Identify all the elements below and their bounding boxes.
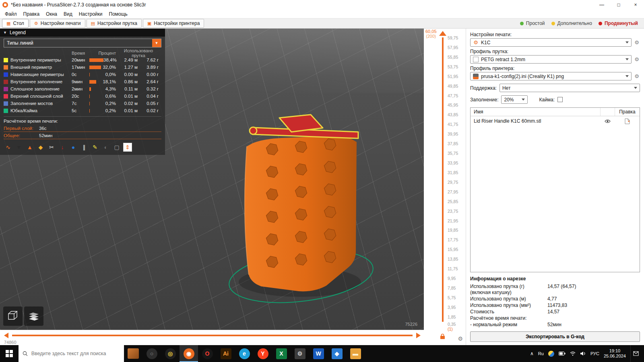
legend-toolbar-icon[interactable]: ◐ [101, 143, 110, 152]
window-control-button[interactable]: × [627, 0, 644, 10]
taskbar-app-button[interactable]: Ai [217, 345, 235, 362]
menu-item[interactable]: Настройки [76, 10, 106, 18]
search-input[interactable] [31, 351, 120, 356]
brim-checkbox[interactable] [557, 97, 563, 102]
taskbar-app-button[interactable]: ◎ [161, 345, 180, 362]
layer-tick-label: 37,85 [448, 142, 458, 146]
tray-language[interactable]: РУС [590, 351, 599, 356]
estimated-time-title: Расчётное время печати: [4, 116, 161, 125]
layer-slider-top-handle[interactable] [439, 31, 446, 36]
printer-icon [473, 74, 479, 79]
taskbar-app-button[interactable]: e [235, 345, 254, 362]
notification-center-button[interactable] [630, 345, 641, 362]
tab-icon: ▤ [91, 21, 95, 26]
menu-item[interactable]: Вид [60, 10, 76, 18]
menu-item[interactable]: Файл [2, 10, 20, 18]
settings-tab[interactable]: ⚙ Настройки печати [30, 19, 85, 28]
battery-icon[interactable] [559, 352, 566, 356]
layer-tick-label: 13,85 [448, 257, 458, 261]
filament-profile-label: Профиль прутка: [470, 49, 640, 54]
eye-visibility-icon[interactable] [600, 119, 615, 123]
pinned-photo-thumbnail[interactable] [124, 345, 142, 362]
export-gcode-button[interactable]: Экспортировать в G-код [470, 331, 640, 342]
sliced-info-row: Стоимость 14,57 [470, 309, 640, 315]
legend-toolbar-icon[interactable]: ▢ [112, 143, 121, 152]
app-icon: W [313, 348, 324, 359]
legend-toolbar-icon[interactable]: ✂ [47, 143, 56, 152]
layer-tick-label: 51,95 [448, 74, 458, 79]
taskbar-app-button[interactable]: ⚙ [291, 345, 309, 362]
move-slider-track[interactable] [12, 335, 413, 336]
editor-view-button[interactable] [3, 306, 23, 326]
legend-toolbar-icon[interactable]: ▼ [14, 143, 23, 152]
taskbar-app-button[interactable]: X [272, 345, 291, 362]
tray-lang-small[interactable]: Ru [538, 351, 544, 356]
taskbar-search[interactable] [19, 345, 124, 362]
support-label: Поддержка: [470, 85, 497, 91]
support-dropdown[interactable]: Нет [500, 84, 640, 92]
tray-clock[interactable]: 19:10 25.06.2024 [604, 348, 626, 359]
slider-settings-gear-icon[interactable]: ⚙ [458, 335, 463, 342]
filament-settings-gear-icon[interactable]: ⚙ [634, 56, 640, 62]
legend-toolbar-icon[interactable]: ∿ [4, 143, 12, 152]
printer-settings-gear-icon[interactable]: ⚙ [634, 73, 640, 79]
window-control-button[interactable]: □ [610, 0, 627, 10]
layer-tick-label: 45,95 [448, 103, 458, 107]
mode-toggle[interactable]: Простой [520, 21, 545, 26]
lock-icon[interactable] [440, 333, 445, 340]
legend-header[interactable]: ▼ Legend [0, 29, 165, 37]
layer-slider-track[interactable] [442, 37, 444, 322]
layer-tick-label: 59,75 [448, 36, 458, 40]
taskbar-app-button[interactable]: Y [254, 345, 272, 362]
viewport-3d-canvas[interactable]: ▼ Legend Типы линий ▼ Время Процент Испо… [0, 29, 424, 330]
legend-toolbar-icon[interactable]: ⇕ [123, 143, 132, 152]
taskbar-app-button[interactable]: ○ [142, 345, 161, 362]
print-settings-dropdown[interactable]: ⚙ K1C [470, 38, 632, 47]
legend-toolbar-icon[interactable]: ↓ [58, 143, 67, 152]
infill-dropdown[interactable]: 20% [501, 95, 528, 104]
taskbar-app-button[interactable]: ▬ [346, 345, 365, 362]
legend-toolbar-icon[interactable]: ◆ [36, 143, 45, 152]
taskbar-app-button[interactable]: W [309, 345, 328, 362]
edit-object-icon[interactable] [615, 118, 640, 124]
mode-label: Простой [526, 21, 545, 26]
tray-color-icon[interactable] [548, 351, 554, 357]
menu-item[interactable]: Окна [43, 10, 60, 18]
sliced-info-row: Использовано прутка (мм³) 11473,83 [470, 302, 640, 309]
menu-item[interactable]: Помощь [106, 10, 131, 18]
move-slider-value: 74860 [4, 340, 17, 345]
mode-toggle[interactable]: Продвинутый [599, 21, 638, 26]
legend-row: Верхний сплошной слой 20с 0,6% 0.01 м 0.… [4, 93, 161, 100]
legend-toolbar-icon[interactable]: ▲ [25, 143, 34, 152]
printer-profile-dropdown[interactable]: prusa-k1-config(2).ini (Creality K1) png [470, 72, 632, 80]
preview-layers-button[interactable] [24, 306, 43, 326]
menu-item[interactable]: Правка [20, 10, 43, 18]
layer-tick-label: 5,75 [448, 296, 458, 300]
mode-toggle[interactable]: Дополнительно [551, 21, 592, 26]
taskbar-app-button[interactable]: ◆ [328, 345, 346, 362]
view-type-dropdown[interactable]: Типы линий ▼ [4, 39, 161, 47]
tray-expand-chevron-icon[interactable]: ∧ [530, 351, 534, 356]
volume-icon[interactable] [580, 351, 586, 356]
window-control-button[interactable]: — [593, 0, 610, 10]
legend-toolbar-icon[interactable]: ∥ [80, 143, 89, 152]
first-layer-time-row: Первый слой: 36с [4, 125, 161, 132]
object-list-item[interactable]: Lid Riser Handle K1C 60mm.stl [471, 116, 640, 126]
settings-tab[interactable]: ▦ Стол [2, 19, 29, 28]
move-slider-left-handle[interactable] [4, 333, 8, 338]
legend-toolbar-icon[interactable]: ● [69, 143, 78, 152]
layer-tick-label: 3,95 [448, 305, 458, 310]
legend-toolbar-icon[interactable]: ✎ [91, 143, 99, 152]
network-icon[interactable] [570, 351, 576, 356]
object-list: Имя Правка Lid Riser Handle K1C 60mm.stl [470, 107, 640, 272]
filament-profile-dropdown[interactable]: PETG retract 1.2mm [470, 55, 632, 64]
taskbar-app-button[interactable]: O [198, 345, 217, 362]
taskbar-app-button[interactable]: ◉ [180, 345, 198, 362]
print-settings-gear-icon[interactable]: ⚙ [634, 39, 640, 45]
settings-tab[interactable]: ▣ Настройки принтера [143, 19, 204, 28]
move-slider-right-handle[interactable] [416, 333, 421, 338]
settings-tab[interactable]: ▤ Настройки прутка [87, 19, 142, 28]
start-button[interactable] [0, 345, 19, 362]
layer-tick-label: 41,75 [448, 122, 458, 127]
menubar: ФайлПравкаОкнаВидНастройкиПомощь [0, 10, 644, 18]
